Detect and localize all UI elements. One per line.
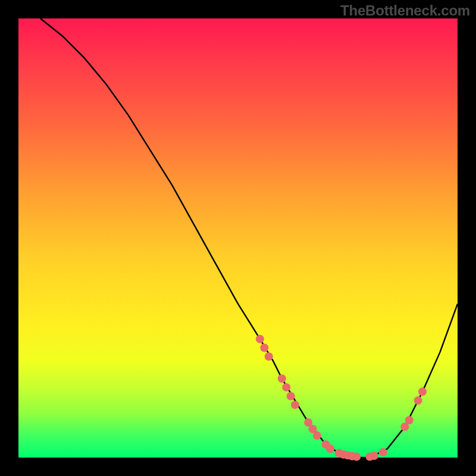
watermark-text: TheBottleneck.com: [340, 2, 470, 19]
curve-marker: [414, 396, 422, 405]
curve-marker: [291, 400, 299, 409]
curve-marker: [370, 452, 378, 460]
curve-marker: [256, 335, 264, 343]
curve-marker: [405, 416, 414, 424]
curve-marker: [282, 383, 290, 392]
plot-area: [18, 18, 458, 458]
curve-marker: [379, 448, 387, 456]
curve-marker: [287, 392, 295, 400]
curve-marker: [352, 453, 361, 461]
bottleneck-curve-svg: [18, 18, 458, 458]
curve-marker: [313, 431, 321, 440]
curve-marker: [260, 344, 268, 352]
curve-marker: [326, 444, 334, 453]
bottleneck-curve-path: [40, 18, 458, 458]
curve-marker: [278, 374, 286, 383]
curve-markers-group: [256, 335, 427, 461]
curve-marker: [418, 387, 427, 396]
chart-frame: TheBottleneck.com: [0, 0, 476, 476]
curve-marker: [265, 352, 273, 361]
